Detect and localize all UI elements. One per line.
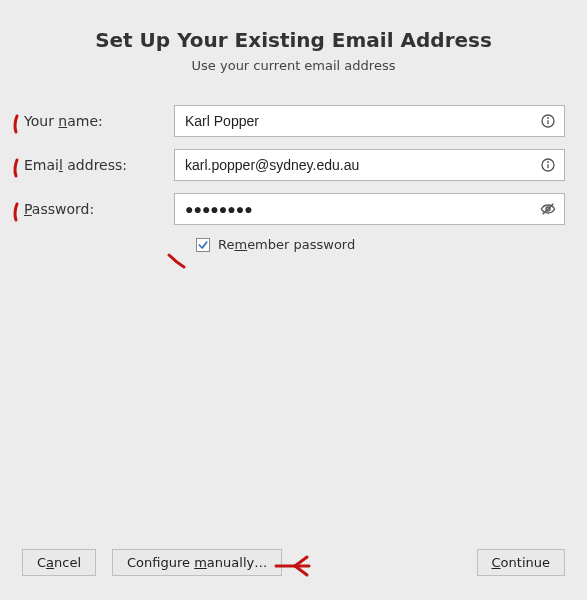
email-row: Email address: <box>22 149 565 181</box>
password-row: Password: <box>22 193 565 225</box>
show-password-icon[interactable] <box>539 200 557 218</box>
info-icon[interactable] <box>539 112 557 130</box>
info-icon[interactable] <box>539 156 557 174</box>
button-bar: Cancel Configure manually… Continue <box>0 549 587 576</box>
name-input[interactable] <box>174 105 565 137</box>
remember-checkbox[interactable] <box>196 238 210 252</box>
dialog-header: Set Up Your Existing Email Address Use y… <box>0 0 587 73</box>
name-row: Your name: <box>22 105 565 137</box>
password-label: Password: <box>22 201 174 217</box>
form-area: Your name: Email address: Pass <box>0 105 587 252</box>
cancel-button[interactable]: Cancel <box>22 549 96 576</box>
remember-row: Remember password <box>196 237 565 252</box>
svg-point-5 <box>548 162 549 163</box>
email-input[interactable] <box>174 149 565 181</box>
email-input-wrap <box>174 149 565 181</box>
annotation-mark <box>166 252 188 270</box>
svg-point-2 <box>548 118 549 119</box>
configure-manually-button[interactable]: Configure manually… <box>112 549 282 576</box>
email-setup-dialog: Set Up Your Existing Email Address Use y… <box>0 0 587 600</box>
password-input-wrap <box>174 193 565 225</box>
dialog-title: Set Up Your Existing Email Address <box>0 28 587 52</box>
email-label: Email address: <box>22 157 174 173</box>
name-input-wrap <box>174 105 565 137</box>
remember-label: Remember password <box>218 237 355 252</box>
name-label: Your name: <box>22 113 174 129</box>
continue-button[interactable]: Continue <box>477 549 565 576</box>
dialog-subtitle: Use your current email address <box>0 58 587 73</box>
password-input[interactable] <box>174 193 565 225</box>
